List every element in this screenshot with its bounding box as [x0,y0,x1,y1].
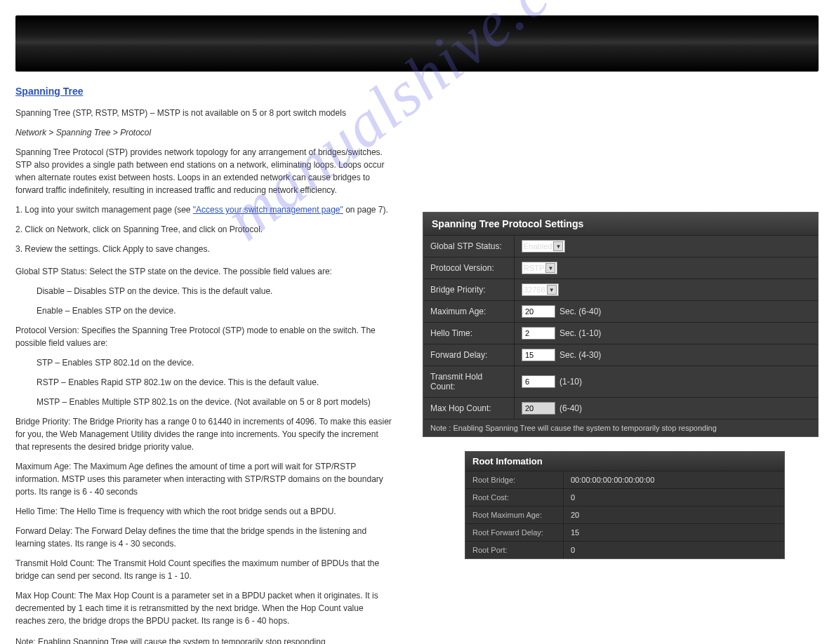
bullet-mhc: Max Hop Count: The Max Hop Count is a pa… [15,589,395,627]
label-thc: Transmit Hold Count: [423,366,515,397]
range-maxage: Sec. (6-40) [560,307,601,316]
label-hello: Hello Time: [423,323,515,344]
row-thc: Transmit Hold Count: (1-10) [423,366,818,398]
root-val-max: 20 [564,507,784,523]
input-hello[interactable] [522,327,555,340]
bullet-protocol: Protocol Version: Specifies the Spanning… [15,324,395,349]
stp-settings-panel: Spanning Tree Protocol Settings Global S… [423,212,819,437]
root-val-cost: 0 [564,489,784,506]
step-1: 1. Log into your switch management page … [15,203,395,216]
bullet-priority: Bridge Priority: The Bridge Priority has… [15,415,395,453]
root-val-bridge: 00:00:00:00:00:00:00:00 [564,471,784,488]
input-thc[interactable] [522,375,555,388]
bullet-enable: Enable – Enables STP on the device. [15,304,395,317]
inline-link[interactable]: "Access your switch management page" [193,205,343,215]
label-maxage: Maximum Age: [423,301,515,322]
intro-text: Spanning Tree (STP, RSTP, MSTP) – MSTP i… [15,107,395,119]
row-maxage: Maximum Age: Sec. (6-40) [423,301,818,323]
root-row-cost: Root Cost: 0 [465,489,784,507]
bullet-stp-status: Global STP Status: Select the STP state … [15,265,395,278]
select-proto[interactable]: RSTP▼ [522,262,557,274]
row-fwd: Forward Delay: Sec. (4-30) [423,344,818,366]
input-maxage[interactable] [522,305,555,318]
bullet-hello: Hello Time: The Hello Time is frequency … [15,505,395,518]
input-fwd[interactable] [522,349,555,361]
root-label-cost: Root Cost: [465,489,564,506]
select-priority[interactable]: 32768▼ [522,283,559,296]
panel-title: Spanning Tree Protocol Settings [423,213,818,236]
label-stp-status: Global STP Status: [423,236,515,257]
step-2: 2. Click on Network, click on Spanning T… [15,223,395,236]
row-hello: Hello Time: Sec. (1-10) [423,323,818,344]
bullet-mstp: MSTP – Enables Multiple STP 802.1s on th… [15,396,395,408]
bullet-maxage: Maximum Age: The Maximum Age defines the… [15,460,395,498]
label-proto: Protocol Version: [423,257,515,279]
label-mhc: Max Hop Count: [423,398,515,419]
paragraph-stp: Spanning Tree Protocol (STP) provides ne… [15,146,395,196]
note-inline: Note: Enabling Spanning Tree will cause … [15,636,395,644]
row-priority: Bridge Priority: 32768▼ [423,279,818,301]
root-info-panel: Root Infomation Root Bridge: 00:00:00:00… [465,451,785,559]
select-stp-status[interactable]: Enabled▼ [522,240,565,253]
step-1-b: on page 7). [345,205,388,215]
root-label-port: Root Port: [465,542,564,558]
range-fwd: Sec. (4-30) [560,350,601,360]
root-val-fwd: 15 [564,524,784,541]
bullet-fwd: Forward Delay: The Forward Delay defines… [15,525,395,550]
chevron-down-icon: ▼ [545,263,555,273]
root-row-bridge: Root Bridge: 00:00:00:00:00:00:00:00 [465,471,784,489]
row-proto: Protocol Version: RSTP▼ [423,257,818,279]
root-label-fwd: Root Forward Delay: [465,524,564,541]
label-priority: Bridge Priority: [423,279,515,300]
root-row-port: Root Port: 0 [465,542,784,558]
range-hello: Sec. (1-10) [560,328,601,338]
panel-note: Note : Enabling Spanning Tree will cause… [423,420,818,436]
root-label-max: Root Maximum Age: [465,507,564,523]
bullet-disable: Disable – Disables STP on the device. Th… [15,285,395,297]
bullet-rstp: RSTP – Enables Rapid STP 802.1w on the d… [15,376,395,389]
nav-path: Network > Spanning Tree > Protocol [15,126,395,139]
bullet-thc: Transmit Hold Count: The Transmit Hold C… [15,557,395,582]
input-mhc[interactable] [522,402,555,415]
root-title: Root Infomation [465,452,784,471]
section-title: Spanning Tree [15,86,819,97]
root-row-fwd: Root Forward Delay: 15 [465,524,784,542]
root-label-bridge: Root Bridge: [465,471,564,488]
step-3: 3. Review the settings. Click Apply to s… [15,243,395,255]
root-val-port: 0 [564,542,784,558]
chevron-down-icon: ▼ [553,241,563,251]
row-mhc: Max Hop Count: (6-40) [423,398,818,420]
range-thc: (1-10) [560,377,582,387]
step-1-a: 1. Log into your switch management page … [15,205,190,215]
chevron-down-icon: ▼ [547,285,557,295]
row-stp-status: Global STP Status: Enabled▼ [423,236,818,257]
left-column: Spanning Tree (STP, RSTP, MSTP) – MSTP i… [15,107,395,644]
range-mhc: (6-40) [560,403,582,413]
root-row-max: Root Maximum Age: 20 [465,507,784,524]
header-banner [15,15,819,72]
label-fwd: Forward Delay: [423,344,515,365]
bullet-stp: STP – Enables STP 802.1d on the device. [15,356,395,369]
